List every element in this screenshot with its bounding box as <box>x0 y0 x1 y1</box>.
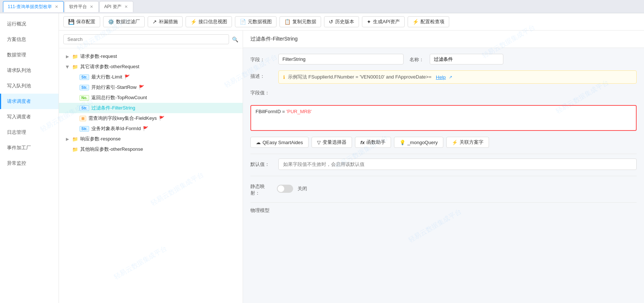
qeasy-smartaides-button[interactable]: ☁ QEasy SmartAides <box>250 137 309 148</box>
related-label: 关联方案字 <box>460 139 483 146</box>
name-label: 名称： <box>409 54 424 63</box>
field-value-prefix: FBillFormID = <box>256 109 285 114</box>
tree-node-form-id[interactable]: ▶ Str. 业务对象表单Id-FormId 🚩 <box>59 123 243 134</box>
tree-node-response[interactable]: ▶ 📁 响应参数-response <box>59 134 243 144</box>
sidebar-item-log[interactable]: 日志管理 <box>0 125 59 140</box>
folder-icon: 📁 <box>72 136 78 142</box>
variable-icon: ▽ <box>317 140 321 145</box>
action-buttons: ☁ QEasy SmartAides ▽ 变量选择器 fx 函数助手 💡 <box>250 137 637 148</box>
tab-111-close[interactable]: ✕ <box>54 4 59 10</box>
type-badge-str: Str. <box>80 85 89 90</box>
tab-software[interactable]: 软件平台 ✕ <box>64 1 99 12</box>
node-label: 请求参数-request <box>80 53 117 60</box>
tree-node-start-row[interactable]: ▶ Str. 开始行索引-StartRow 🚩 <box>59 82 243 93</box>
search-bar: 🔍 <box>59 31 243 48</box>
toggle-switch[interactable] <box>277 185 293 193</box>
interface-view-button[interactable]: ⚡ 接口信息视图 <box>186 16 232 27</box>
gen-api-button[interactable]: ✦ 生成API资产 <box>362 16 405 27</box>
mongo-icon: 💡 <box>400 140 405 145</box>
copy-icon: 📋 <box>284 19 291 25</box>
node-label: 其他响应参数-otherResponse <box>80 146 143 153</box>
data-filter-button[interactable]: ⚙️ 数据过滤厂 <box>103 16 145 27</box>
divider2 <box>250 176 637 176</box>
arrow-icon: ▶ <box>65 64 70 69</box>
tree-node-limit[interactable]: ▶ Str. 最大行数-Limit 🚩 <box>59 72 243 82</box>
sidebar-item-write-queue[interactable]: 写入队列池 <box>0 78 59 94</box>
type-badge-str: Str. <box>80 126 89 132</box>
sidebar-item-data[interactable]: 数据管理 <box>0 47 59 63</box>
static-mapping-row: 静态映射： 关闭 <box>250 181 637 196</box>
copy-metadata-button[interactable]: 📋 复制元数据 <box>279 16 321 27</box>
node-label: 开始行索引-StartRow <box>91 84 137 91</box>
interface-icon: ⚡ <box>190 19 197 25</box>
tree-node-request-params[interactable]: ▶ 📁 请求参数-request <box>59 51 243 62</box>
search-input[interactable] <box>63 34 229 44</box>
qeasy-icon: ☁ <box>256 140 261 145</box>
sidebar-item-request-queue[interactable]: 请求队列池 <box>0 63 59 78</box>
sidebar-item-solution[interactable]: 方案信息 <box>0 32 59 47</box>
save-icon: 💾 <box>68 19 74 25</box>
related-icon: ⚡ <box>452 140 458 145</box>
toggle-knob <box>278 185 284 192</box>
node-label: 业务对象表单Id-FormId <box>91 125 141 132</box>
tree-node-other-request[interactable]: ▶ 📁 其它请求参数-otherRequest <box>59 62 243 72</box>
save-config-button[interactable]: 💾 保存配置 <box>63 16 100 27</box>
flag-icon: 🚩 <box>139 85 144 90</box>
desc-box: ℹ 示例写法 FSupplierId.FNumber = 'VEN00010' … <box>278 70 637 84</box>
field-input[interactable] <box>278 54 404 65</box>
sidebar-item-write-dispatcher[interactable]: 写入调度者 <box>0 109 59 125</box>
tab-api-close[interactable]: ✕ <box>124 4 129 10</box>
sidebar-item-request-dispatcher[interactable]: 请求调度者 <box>0 94 59 109</box>
supplement-button[interactable]: ↗ 补漏措施 <box>148 16 183 27</box>
name-input[interactable] <box>430 54 503 65</box>
default-input[interactable] <box>278 159 637 170</box>
tab-bar: 111-查询单据类型枚举 ✕ 软件平台 ✕ API 资产 ✕ <box>0 0 644 13</box>
supplement-label: 补漏措施 <box>159 18 178 25</box>
desc-row: 描述： ℹ 示例写法 FSupplierId.FNumber = 'VEN000… <box>250 70 637 84</box>
check-icon: ⚡ <box>412 19 419 25</box>
function-helper-button[interactable]: fx 函数助手 <box>355 137 391 148</box>
tab-111[interactable]: 111-查询单据类型枚举 ✕ <box>3 1 64 12</box>
main-layout: 运行概况 方案信息 数据管理 请求队列池 写入队列池 请求调度者 写入调度者 日… <box>0 13 644 303</box>
filter-icon: ⚙️ <box>108 19 114 25</box>
tree-node-filter-string[interactable]: ▶ Str. 过滤条件-FilterString <box>59 103 243 113</box>
variable-label: 变量选择器 <box>323 139 346 146</box>
metadata-view-button[interactable]: 📄 元数据视图 <box>235 16 277 27</box>
metadata-label: 元数据视图 <box>248 18 272 25</box>
check-label: 配置检查项 <box>420 18 444 25</box>
related-solution-button[interactable]: ⚡ 关联方案字 <box>446 137 489 148</box>
metadata-icon: 📄 <box>240 19 246 25</box>
search-icon[interactable]: 🔍 <box>232 36 238 42</box>
variable-selector-button[interactable]: ▽ 变量选择器 <box>312 137 352 148</box>
tree-node-field-keys[interactable]: ▶ ⊞ 需查询的字段key集合-FieldKeys 🚩 <box>59 113 243 123</box>
function-icon: fx <box>360 140 365 145</box>
default-label: 默认值： <box>250 159 272 168</box>
sidebar-item-abnormal[interactable]: 异常监控 <box>0 156 59 171</box>
field-label: 字段： <box>250 54 272 63</box>
type-badge-grid: ⊞ <box>80 116 86 121</box>
mongo-query-button[interactable]: 💡 _mongoQuery <box>394 137 443 148</box>
toolbar: 💾 保存配置 ⚙️ 数据过滤厂 ↗ 补漏措施 ⚡ 接口信息视图 📄 元数据视图 … <box>59 13 644 31</box>
tree-node-top-row-count[interactable]: ▶ Nо. 返回总行数-TopRowCount <box>59 93 243 103</box>
field-value-display[interactable]: FBillFormID = 'PUR_MRB' <box>250 105 637 131</box>
tab-api[interactable]: API 资产 ✕ <box>99 1 133 12</box>
tab-111-label: 111-查询单据类型枚举 <box>8 4 52 10</box>
panel-layout: 🔍 ▶ 📁 请求参数-request ▶ 📁 其它请求参数-otherReque… <box>59 31 644 303</box>
divider <box>250 154 637 154</box>
node-label: 其它请求参数-otherRequest <box>80 63 139 70</box>
flag-icon: 🚩 <box>143 126 148 131</box>
tab-software-close[interactable]: ✕ <box>89 4 94 10</box>
flag-icon: 🚩 <box>124 74 130 80</box>
copy-label: 复制元数据 <box>292 18 316 25</box>
help-link[interactable]: Help <box>436 74 446 80</box>
history-button[interactable]: ↺ 历史版本 <box>324 16 359 27</box>
detail-body: 字段： 名称： 描述： ℹ 示例写法 FSupplierId.FNumber =… <box>243 48 644 223</box>
node-label: 最大行数-Limit <box>91 74 122 80</box>
tree-node-other-response[interactable]: ▶ 📁 其他响应参数-otherResponse <box>59 144 243 154</box>
sidebar-item-overview[interactable]: 运行概况 <box>0 16 59 32</box>
sidebar-item-event-factory[interactable]: 事件加工厂 <box>0 140 59 156</box>
check-button[interactable]: ⚡ 配置检查项 <box>408 16 449 27</box>
gen-api-icon: ✦ <box>367 19 371 25</box>
detail-panel: 过滤条件-FilterString 字段： 名称： 描述： ℹ <box>243 31 644 303</box>
field-value-string: 'PUR_MRB' <box>286 109 312 114</box>
